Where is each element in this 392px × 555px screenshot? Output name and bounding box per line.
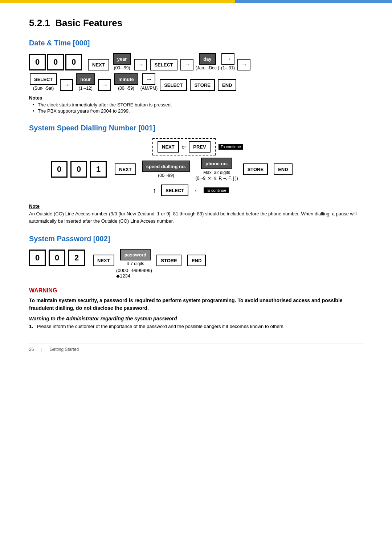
speed-dialling-section: System Speed Dialling Number [001] NEXT …: [29, 124, 363, 224]
sd-end-button[interactable]: END: [274, 163, 292, 175]
to-continue-top: To continue: [219, 144, 243, 150]
minute-col: minute (00···59): [113, 73, 139, 91]
sd-speed-col: speed dialling no. (00···99): [141, 161, 191, 178]
sd-digit-1: 0: [70, 161, 87, 178]
digit-2-col: 0: [65, 54, 83, 70]
sd-store-col: STORE: [242, 163, 269, 175]
day-range: (Jan.···Dec.): [196, 65, 219, 70]
sd-next-button[interactable]: NEXT: [115, 163, 136, 175]
select-1-button[interactable]: SELECT: [150, 59, 177, 70]
end-1-button[interactable]: END: [218, 79, 236, 91]
year-col: year (00···99): [112, 53, 132, 70]
top-bar: [0, 0, 392, 3]
digit-1: 0: [47, 54, 64, 70]
digit-0: 0: [29, 54, 46, 70]
password-label: password: [120, 249, 151, 260]
select2-col: SELECT (Sun···Sat): [29, 73, 58, 91]
day-col: day (Jan.···Dec.): [196, 53, 219, 70]
pw-default: ◆1234: [116, 273, 363, 279]
pw-end-col: END: [187, 255, 207, 266]
arrow3-col: → (1···31): [221, 53, 235, 70]
year-label: year: [113, 53, 131, 65]
date-time-notes: Notes The clock starts immediately after…: [29, 95, 363, 114]
store1-col: STORE: [189, 79, 216, 91]
arrow-3: →: [221, 53, 234, 65]
sd-phone-chars: (0···9, ✕, #, P, –, F, [ ]): [195, 176, 238, 181]
notes-list-1: The clock starts immediately after the S…: [29, 102, 363, 114]
sun-sat-label: (Sun···Sat): [33, 86, 54, 91]
notes-title-1: Notes: [29, 95, 363, 101]
speed-dialling-diagram: NEXT or PREV To continue 0 0 1 NEXT: [51, 138, 363, 196]
footer-divider: |: [41, 347, 42, 352]
trail-arrow-col: →: [237, 59, 251, 70]
date-time-title: Date & Time [000]: [29, 39, 363, 47]
warning-subhead: Warning to the Administrator regarding t…: [29, 316, 363, 321]
pw-store-col: STORE: [156, 255, 182, 266]
next-button[interactable]: NEXT: [88, 59, 109, 70]
pw-next-button[interactable]: NEXT: [93, 255, 114, 266]
warning-section: WARNING To maintain system security, a p…: [29, 287, 363, 329]
sd-digit-2: 1: [90, 161, 107, 178]
pw-next-col: NEXT: [92, 255, 115, 266]
pw-end-button[interactable]: END: [187, 255, 206, 266]
day-label: day: [199, 53, 216, 65]
arrow-4: →: [60, 79, 73, 91]
pw-digit-1: 0: [49, 250, 65, 266]
page-number: 26: [29, 347, 34, 352]
trail-arrow: →: [237, 59, 250, 70]
sd-store-button[interactable]: STORE: [243, 163, 268, 175]
store-1-button[interactable]: STORE: [190, 79, 215, 91]
arrow6-col: → (AM/PM): [140, 73, 158, 91]
select-2-button[interactable]: SELECT: [30, 73, 57, 85]
pw-labels: (0000···9999999) ◆1234: [116, 268, 363, 279]
warning-title: WARNING: [29, 287, 363, 294]
sd-select-button[interactable]: SELECT: [161, 185, 188, 196]
note-item-1: The clock starts immediately after the S…: [33, 102, 363, 108]
digit-0-col: 0: [29, 54, 47, 70]
hour-range: (1···12): [79, 86, 93, 91]
hour-label: hour: [76, 73, 95, 85]
sd-next-col: NEXT: [114, 163, 137, 175]
date-time-diagram: 0 0 0 NEXT year (00···99): [29, 53, 363, 91]
speed-dialling-note: Note An Outside (CO) Line Access number …: [29, 203, 363, 224]
speed-dialling-title: System Speed Dialling Number [001]: [29, 124, 363, 132]
note-body-2: An Outside (CO) Line Access number (9/0 …: [29, 210, 363, 224]
hour-col: hour (1···12): [75, 73, 96, 91]
arrow-2: →: [180, 59, 193, 70]
speed-dialling-no-label: speed dialling no.: [142, 161, 191, 172]
sd-digit-0: 0: [51, 161, 68, 178]
footer-label: Getting Started: [49, 347, 79, 352]
prev-button[interactable]: PREV: [189, 141, 210, 153]
up-arrow-icon: ↑: [152, 186, 156, 195]
date-time-section: Date & Time [000] 0 0 0 NEXT: [29, 39, 363, 114]
select1-col: SELECT: [149, 59, 178, 70]
sd-end-col: END: [273, 163, 293, 175]
year-range: (00···99): [114, 65, 130, 70]
next-loop-button[interactable]: NEXT: [158, 141, 179, 153]
system-password-title: System Password [002]: [29, 235, 363, 243]
sd-phone-col: phone no. Max. 32 digits (0···9, ✕, #, P…: [195, 158, 238, 181]
arrow-1: →: [134, 59, 147, 70]
to-continue-bottom: To continue: [204, 187, 228, 193]
select-3-button[interactable]: SELECT: [160, 79, 187, 91]
arrow4-col: →: [59, 79, 74, 91]
sd-range: (00···99): [158, 173, 174, 178]
warning-list: 1. Please inform the customer of the imp…: [29, 324, 363, 329]
pw-digit-0: 0: [29, 250, 46, 266]
arrow-5: →: [98, 79, 111, 91]
warning-body: To maintain system security, a password …: [29, 297, 363, 312]
arrow5-col: →: [97, 79, 112, 91]
pw-store-button[interactable]: STORE: [156, 255, 181, 266]
arrow-6: →: [142, 73, 155, 85]
digit-1-col: 0: [47, 54, 65, 70]
system-password-section: System Password [002] 0 0 2 NEXT passwor…: [29, 235, 363, 329]
note-item-2: The PBX supports years from 2004 to 2099…: [33, 108, 363, 114]
or-label: or: [182, 144, 186, 150]
end1-col: END: [217, 79, 237, 91]
page-content: 5.2.1 Basic Features Date & Time [000] 0…: [0, 3, 392, 374]
warning-item-1: 1. Please inform the customer of the imp…: [29, 324, 363, 329]
pw-digits-label: 4-7 digits: [127, 261, 144, 266]
phone-no-label: phone no.: [201, 158, 232, 169]
next-btn-col: NEXT: [87, 59, 110, 70]
page-footer: 26 | Getting Started: [29, 344, 363, 352]
